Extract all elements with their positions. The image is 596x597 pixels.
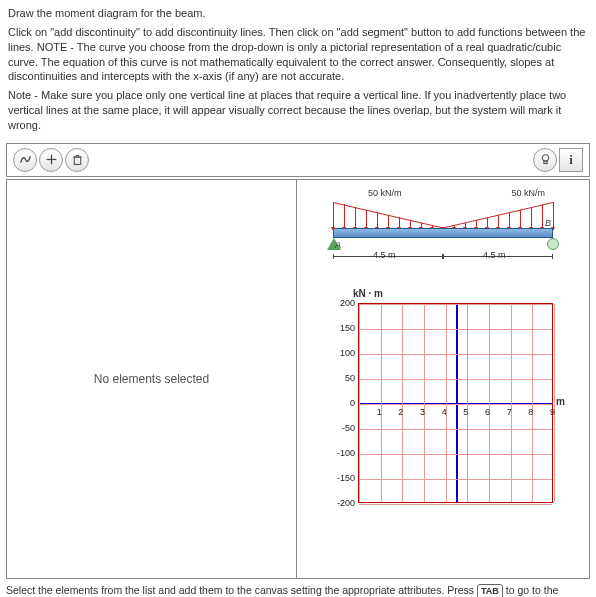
workspace: No elements selected 50 kN/m 50 kN/m A B… <box>6 179 590 579</box>
load-triangle-left <box>333 202 443 230</box>
ytick: 0 <box>323 398 355 408</box>
support-b-icon <box>547 238 559 250</box>
xtick: 8 <box>528 407 533 417</box>
ytick: -50 <box>323 423 355 433</box>
beam-rect <box>333 228 553 238</box>
ytick: 100 <box>323 348 355 358</box>
ytick: -150 <box>323 473 355 483</box>
xtick: 4 <box>442 407 447 417</box>
load-right-label: 50 kN/m <box>511 188 545 198</box>
y-axis-label: kN · m <box>353 288 383 299</box>
xtick: 6 <box>485 407 490 417</box>
point-a-label: A <box>335 240 341 250</box>
xtick: 5 <box>463 407 468 417</box>
dim-right-label: 4.5 m <box>483 250 506 260</box>
element-list-panel[interactable]: No elements selected <box>7 180 297 578</box>
svg-point-5 <box>542 155 549 162</box>
ytick: 200 <box>323 298 355 308</box>
instruction-title: Draw the moment diagram for the beam. <box>8 6 588 21</box>
xtick: 9 <box>550 407 555 417</box>
xtick: 1 <box>377 407 382 417</box>
toolbar: i <box>6 143 590 177</box>
hint-button[interactable] <box>533 148 557 172</box>
kbd-tab: TAB <box>477 584 503 597</box>
svg-rect-6 <box>543 161 546 163</box>
plot-area[interactable] <box>358 303 553 503</box>
beam-figure: 50 kN/m 50 kN/m A B 4.5 m 4.5 m <box>313 188 573 278</box>
instruction-p1: Click on "add discontinuity" to add disc… <box>8 25 588 84</box>
x-axis-label: m <box>556 396 565 407</box>
center-vline <box>456 304 458 502</box>
svg-rect-2 <box>74 157 81 164</box>
xtick: 2 <box>398 407 403 417</box>
add-discontinuity-button[interactable] <box>39 148 63 172</box>
footer-help: Select the elements from the list and ad… <box>6 583 590 597</box>
delete-button[interactable] <box>65 148 89 172</box>
ytick: 50 <box>323 373 355 383</box>
add-segment-button[interactable] <box>13 148 37 172</box>
canvas-panel[interactable]: 50 kN/m 50 kN/m A B 4.5 m 4.5 m kN · m m <box>297 180 589 578</box>
ytick: -200 <box>323 498 355 508</box>
load-left-label: 50 kN/m <box>368 188 402 198</box>
point-b-label: B <box>545 218 551 228</box>
info-button[interactable]: i <box>559 148 583 172</box>
xtick: 3 <box>420 407 425 417</box>
dim-left-label: 4.5 m <box>373 250 396 260</box>
load-triangle-right <box>443 202 553 230</box>
xtick: 7 <box>507 407 512 417</box>
ytick: 150 <box>323 323 355 333</box>
ytick: -100 <box>323 448 355 458</box>
moment-chart[interactable]: kN · m m -200-150-100-500501001502001234… <box>313 288 573 518</box>
instruction-p2: Note - Make sure you place only one vert… <box>8 88 588 133</box>
instructions-block: Draw the moment diagram for the beam. Cl… <box>0 0 596 141</box>
no-selection-message: No elements selected <box>94 372 209 386</box>
